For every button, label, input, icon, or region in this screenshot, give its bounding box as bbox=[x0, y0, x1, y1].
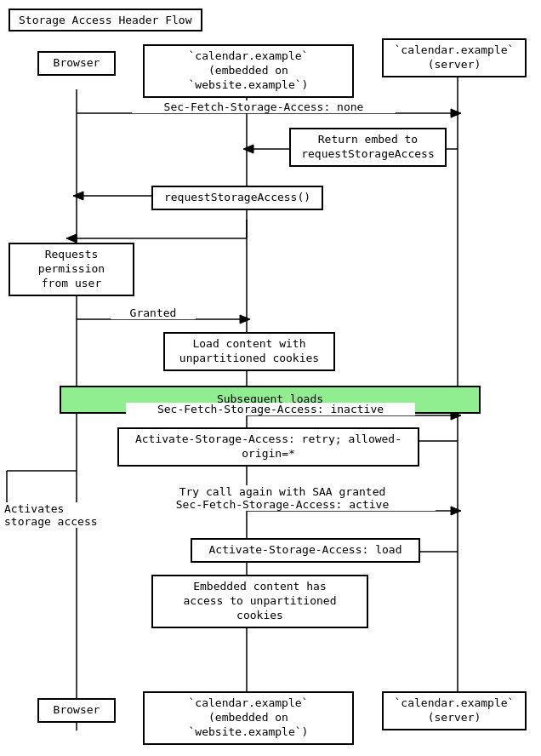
svg-marker-16 bbox=[451, 507, 461, 515]
title-text: Storage Access Header Flow bbox=[19, 14, 192, 26]
server-bot-box: `calendar.example`(server) bbox=[382, 691, 527, 730]
sec-fetch-none-label: Sec-Fetch-Storage-Access: none bbox=[132, 100, 396, 113]
sec-fetch-inactive-label: Sec-Fetch-Storage-Access: inactive bbox=[126, 403, 415, 415]
granted-label: Granted bbox=[111, 306, 196, 319]
diagram-container: Storage Access Header Flow Browser `cale… bbox=[0, 0, 541, 756]
try-call-again-label: Try call again with SAA grantedSec-Fetch… bbox=[129, 485, 436, 511]
svg-marker-6 bbox=[243, 145, 253, 153]
request-storage-box: requestStorageAccess() bbox=[151, 186, 323, 210]
browser-bot-box: Browser bbox=[37, 698, 116, 723]
activate-retry-box: Activate-Storage-Access: retry; allowed-… bbox=[117, 427, 419, 467]
embed-bot-box: `calendar.example`(embedded on `website.… bbox=[143, 691, 354, 745]
embedded-content-box: Embedded content hasaccess to unpartitio… bbox=[151, 575, 368, 628]
return-embed-box: Return embed torequestStorageAccess bbox=[289, 128, 447, 167]
load-content-box: Load content withunpartitioned cookies bbox=[163, 332, 335, 371]
svg-marker-10 bbox=[240, 315, 250, 324]
browser-top-box: Browser bbox=[37, 51, 116, 76]
embed-top-box: `calendar.example`(embedded on `website.… bbox=[143, 44, 354, 98]
server-top-box: `calendar.example`(server) bbox=[382, 38, 527, 77]
svg-marker-21 bbox=[66, 234, 77, 243]
svg-marker-8 bbox=[73, 192, 83, 200]
svg-marker-4 bbox=[451, 109, 461, 117]
activate-load-box: Activate-Storage-Access: load bbox=[191, 538, 420, 563]
activates-storage-label: Activates storage access bbox=[4, 502, 115, 528]
arrows-svg bbox=[0, 0, 541, 756]
title-box: Storage Access Header Flow bbox=[9, 9, 202, 32]
requests-permission-box: Requests permissionfrom user bbox=[9, 243, 134, 296]
